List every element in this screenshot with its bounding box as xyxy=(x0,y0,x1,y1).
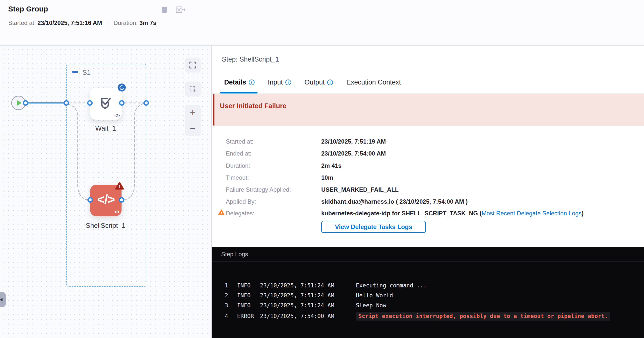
warning-icon: ! xyxy=(218,209,225,215)
log-line: 3 INFO 23/10/2025, 7:51:24 AM Sleep Now xyxy=(212,302,386,310)
zoom-out-button[interactable]: − xyxy=(190,124,196,133)
port-start-out xyxy=(23,100,28,106)
marquee-select-button[interactable] xyxy=(185,82,201,97)
info-icon[interactable]: i xyxy=(286,80,291,85)
log-message: Hello World xyxy=(356,292,393,299)
stop-button[interactable] xyxy=(162,7,167,13)
log-line-number: 1 xyxy=(212,282,228,289)
failure-banner: User Initiated Failure xyxy=(213,94,644,126)
collapse-group-icon[interactable] xyxy=(72,71,78,73)
log-level: INFO xyxy=(237,292,260,299)
started-at-label: Started at: xyxy=(8,20,36,27)
detail-label: Started at: xyxy=(226,138,318,145)
svg-text:!: ! xyxy=(221,211,222,215)
detail-value: 10m xyxy=(321,174,333,181)
failure-banner-text: User Initiated Failure xyxy=(220,102,286,110)
tab-bar: Details i Input i Output i Execution Con… xyxy=(224,79,401,86)
detail-label: Delegates: xyxy=(226,210,318,217)
svg-text:!: ! xyxy=(119,184,120,189)
port-shell-out xyxy=(119,197,124,203)
log-line: 1 INFO 23/10/2025, 7:51:24 AM Executing … xyxy=(212,282,426,290)
node-shellscript-1-label: ShellScript_1 xyxy=(73,222,138,230)
detail-value: kubernetes-delegate-idp for SHELL_SCRIPT… xyxy=(321,210,584,217)
panel-title: Step: ShellScript_1 xyxy=(222,56,279,63)
log-timestamp: 23/10/2025, 7:54:00 AM xyxy=(260,313,356,319)
log-line: 2 INFO 23/10/2025, 7:51:24 AM Hello Worl… xyxy=(212,292,393,300)
log-timestamp: 23/10/2025, 7:51:24 AM xyxy=(260,302,356,308)
node-wait-1-label: Wait_1 xyxy=(73,125,138,132)
log-message: Script execution interrupted, possibly d… xyxy=(356,312,610,320)
abort-icon xyxy=(176,7,186,13)
delegate-selection-logs-link[interactable]: Most Recent Delegate Selection Logs xyxy=(482,210,582,217)
tab-execution-context-label: Execution Context xyxy=(346,79,401,86)
left-drawer-handle[interactable] xyxy=(0,292,6,307)
tab-details[interactable]: Details i xyxy=(224,79,254,86)
duration-value: 3m 7s xyxy=(140,20,156,27)
step-logs-console[interactable]: Step Logs 1 INFO 23/10/2025, 7:51:24 AM … xyxy=(212,247,644,338)
log-message: Executing command ... xyxy=(356,282,426,289)
spinner-icon xyxy=(118,84,125,91)
log-line-number: 4 xyxy=(212,313,228,319)
log-level: ERROR xyxy=(237,313,260,319)
fit-to-screen-button[interactable] xyxy=(185,58,201,73)
log-timestamp: 23/10/2025, 7:51:24 AM xyxy=(260,282,356,289)
zoom-controls: + − xyxy=(185,105,201,136)
detail-label: Failure Strategy Applied: xyxy=(226,186,318,193)
failed-status-badge: ! xyxy=(115,182,124,190)
shield-check-icon xyxy=(96,94,116,113)
view-delegate-tasks-logs-button[interactable]: View Delegate Tasks Logs xyxy=(321,221,426,233)
log-line-error: 4 ERROR 23/10/2025, 7:54:00 AM Script ex… xyxy=(212,312,610,320)
info-icon[interactable]: i xyxy=(249,80,254,85)
detail-value: siddhant.dua@harness.io ( 23/10/2025, 7:… xyxy=(321,198,468,205)
console-header: Step Logs xyxy=(212,247,644,262)
header: Step Group Started at: 23/10/2025, 7:51:… xyxy=(0,0,644,46)
tab-output[interactable]: Output i xyxy=(304,79,333,86)
pipeline-canvas[interactable]: S1 </> Wait_1 </> </> ! xyxy=(0,46,212,338)
detail-value: 23/10/2025, 7:51:19 AM xyxy=(321,138,386,145)
tab-execution-context[interactable]: Execution Context xyxy=(346,79,401,86)
duration-label: Duration: xyxy=(114,20,138,27)
port-group-out xyxy=(144,100,149,106)
tab-input-label: Input xyxy=(268,79,283,86)
node-wait-1[interactable]: </> xyxy=(90,88,122,120)
detail-label: Applied By: xyxy=(226,198,318,205)
marquee-select-icon xyxy=(189,85,196,93)
info-icon[interactable]: i xyxy=(327,80,333,85)
active-tab-underline xyxy=(220,92,258,94)
zoom-in-button[interactable]: + xyxy=(190,108,196,117)
log-line-number: 2 xyxy=(212,292,228,299)
tab-input[interactable]: Input i xyxy=(268,79,291,86)
tab-output-label: Output xyxy=(304,79,325,86)
log-message: Sleep Now xyxy=(356,302,386,308)
port-wait-out xyxy=(119,100,124,106)
log-body[interactable]: 1 INFO 23/10/2025, 7:51:24 AM Executing … xyxy=(212,262,644,338)
abort-button[interactable] xyxy=(176,7,186,13)
delegate-value-suffix: ) xyxy=(582,210,584,217)
page-title: Step Group xyxy=(8,5,48,13)
stop-icon xyxy=(162,7,167,13)
log-timestamp: 23/10/2025, 7:51:24 AM xyxy=(260,292,356,299)
console-title: Step Logs xyxy=(221,251,248,258)
started-at-value: 23/10/2025, 7:51:16 AM xyxy=(37,20,102,27)
app-root: Step Group Started at: 23/10/2025, 7:51:… xyxy=(0,0,644,338)
play-icon xyxy=(17,100,22,106)
running-status-badge xyxy=(118,84,126,92)
tab-details-label: Details xyxy=(224,79,246,86)
stage-group-label: S1 xyxy=(82,69,91,77)
log-level: INFO xyxy=(237,282,260,289)
detail-label: Ended at: xyxy=(226,150,318,157)
tabbar-divider xyxy=(212,93,644,94)
log-level: INFO xyxy=(237,302,260,308)
step-details-panel: Step: ShellScript_1 Details i Input i Ou… xyxy=(212,46,644,246)
header-actions xyxy=(162,7,186,13)
script-corner-glyph: </> xyxy=(114,210,119,214)
log-line-number: 3 xyxy=(212,302,228,308)
detail-value: 23/10/2025, 7:54:00 AM xyxy=(321,150,386,157)
script-corner-glyph: </> xyxy=(114,113,120,118)
detail-label: Timeout: xyxy=(226,174,318,181)
code-icon: </> xyxy=(97,192,114,207)
detail-label: Duration: xyxy=(226,162,318,169)
meta-divider xyxy=(108,19,108,27)
port-wait-in xyxy=(87,100,93,106)
delegate-value: kubernetes-delegate-idp for SHELL_SCRIPT… xyxy=(321,210,482,217)
